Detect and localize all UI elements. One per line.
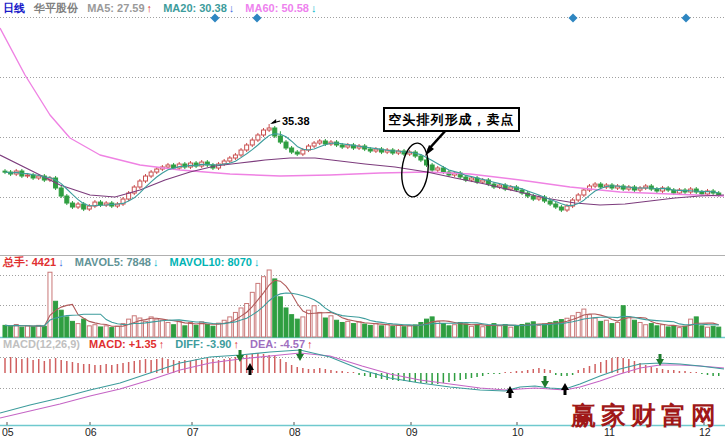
diff-arrow-icon: ↑ bbox=[233, 338, 239, 350]
stock-name: 华平股份 bbox=[34, 2, 78, 14]
annotation-shapes bbox=[399, 129, 447, 198]
event-diamond-icon bbox=[568, 13, 577, 22]
candles-layer bbox=[3, 124, 721, 212]
buy-arrow-icon bbox=[561, 383, 569, 395]
axis-label: 05 bbox=[2, 426, 14, 438]
ma5-value: MA5: 27.59 bbox=[87, 2, 144, 14]
macd-value: MACD: +1.35 bbox=[89, 338, 157, 350]
ma60-value: MA60: 50.58 bbox=[245, 2, 309, 14]
volume-header: 总手: 4421↓ MAVOL5: 7848↓ MAVOL10: 8070↓ bbox=[3, 255, 267, 270]
ma5-arrow-icon: ↑ bbox=[147, 2, 153, 14]
diff-value: DIFF: -3.90 bbox=[175, 338, 231, 350]
dea-arrow-icon: ↑ bbox=[307, 338, 313, 350]
volume-arrow-icon: ↓ bbox=[58, 256, 64, 268]
sell-arrow-icon bbox=[541, 376, 549, 388]
dea-value: DEA: -4.57 bbox=[250, 338, 305, 350]
mavol10-arrow-icon: ↓ bbox=[254, 256, 260, 268]
period-label: 日线 bbox=[3, 2, 25, 14]
axis-label: 07 bbox=[187, 426, 199, 438]
buy-arrow-icon bbox=[506, 386, 514, 398]
peak-pointer bbox=[270, 119, 280, 124]
macd-arrow-icon: ↑ bbox=[159, 338, 165, 350]
kline-header: 日线 华平股份 MA5: 27.59↑ MA20: 30.38↓ MA60: 5… bbox=[3, 1, 324, 16]
chart-canvas[interactable] bbox=[0, 0, 725, 439]
macd-header: MACD(12,26,9) MACD: +1.35↑ DIFF: -3.90↑ … bbox=[3, 338, 321, 350]
mavol10-value: MAVOL10: 8070 bbox=[170, 256, 252, 268]
peak-price-label: 35.38 bbox=[282, 115, 310, 127]
ma60-arrow-icon: ↓ bbox=[311, 2, 317, 14]
mavol5-value: MAVOL5: 7848 bbox=[75, 256, 151, 268]
stock-chart-app: 日线 华平股份 MA5: 27.59↑ MA20: 30.38↓ MA60: 5… bbox=[0, 0, 725, 439]
event-diamond-icon bbox=[681, 13, 690, 22]
sell-arrow-icon bbox=[236, 350, 244, 362]
mavol5-arrow-icon: ↓ bbox=[153, 256, 159, 268]
axis-label: 06 bbox=[85, 426, 97, 438]
annotation-text: 空头排列形成，卖点 bbox=[389, 112, 515, 127]
macd-params: MACD(12,26,9) bbox=[3, 338, 80, 350]
axis-label: 08 bbox=[289, 426, 301, 438]
watermark: 赢家财富网 bbox=[571, 399, 721, 432]
volume-layer bbox=[3, 270, 721, 337]
signal-arrows bbox=[236, 349, 664, 398]
ma20-value: MA20: 30.38 bbox=[163, 2, 227, 14]
volume-value: 总手: 4421 bbox=[3, 256, 56, 268]
sell-arrow-icon bbox=[656, 354, 664, 366]
ma-lines-layer bbox=[0, 28, 724, 206]
annotation-callout: 空头排列形成，卖点 bbox=[383, 107, 520, 132]
ma20-arrow-icon: ↓ bbox=[229, 2, 235, 14]
axis-label: 09 bbox=[406, 426, 418, 438]
axis-label: 10 bbox=[512, 426, 524, 438]
